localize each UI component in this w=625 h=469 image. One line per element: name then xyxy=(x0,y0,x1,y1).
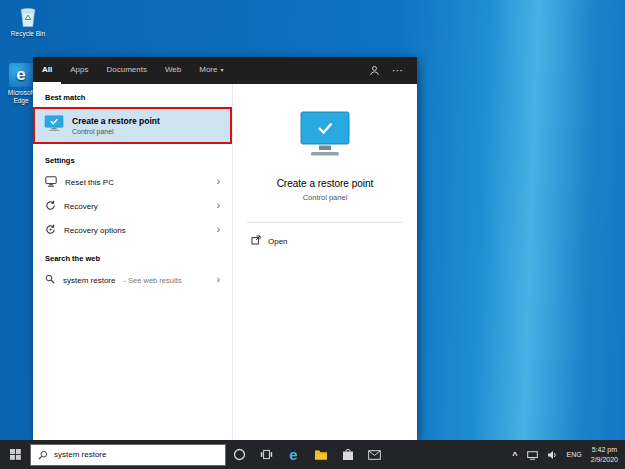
tray-chevron-icon[interactable]: ^ xyxy=(512,450,517,460)
result-label: Reset this PC xyxy=(65,178,114,187)
edge-icon: e xyxy=(9,63,33,87)
web-query-text: system restore xyxy=(63,276,115,285)
start-search-flyout: All Apps Documents Web More ▾ xyxy=(33,57,417,440)
system-tray: ^ ENG 5:42 pm 2/9/2020 xyxy=(512,445,625,464)
preview-subtitle: Control panel xyxy=(233,193,417,202)
chevron-right-icon: › xyxy=(217,275,220,285)
best-match-result-create-restore-point[interactable]: Create a restore point Control panel xyxy=(33,107,232,144)
search-icon xyxy=(45,274,55,286)
language-indicator[interactable]: ENG xyxy=(567,451,582,458)
mail-button[interactable] xyxy=(361,440,388,469)
chevron-right-icon: › xyxy=(217,201,220,211)
web-query-suffix: - See web results xyxy=(123,276,181,285)
start-button[interactable] xyxy=(0,440,30,469)
result-label: Recovery options xyxy=(64,226,126,235)
clock-time: 5:42 pm xyxy=(591,445,618,454)
recycle-bin-icon xyxy=(18,22,38,29)
taskbar: e ^ xyxy=(0,440,625,469)
tab-more-label: More xyxy=(199,65,217,74)
search-results-body: Best match Create a restore point Contro… xyxy=(33,84,417,440)
edge-icon: e xyxy=(289,447,297,462)
result-web-system-restore[interactable]: system restore - See web results › xyxy=(33,268,232,292)
windows-logo-icon xyxy=(10,446,21,464)
open-action[interactable]: Open xyxy=(251,235,417,247)
recycle-bin-shortcut[interactable]: Recycle Bin xyxy=(6,5,50,38)
tab-all-label: All xyxy=(42,65,52,74)
open-icon xyxy=(251,235,261,247)
tab-apps[interactable]: Apps xyxy=(61,57,97,84)
tab-documents[interactable]: Documents xyxy=(97,57,155,84)
recovery-options-icon xyxy=(45,224,56,237)
restore-point-icon xyxy=(44,115,64,136)
result-label: Recovery xyxy=(64,202,98,211)
clock[interactable]: 5:42 pm 2/9/2020 xyxy=(591,445,618,464)
preview-divider xyxy=(247,222,403,223)
open-label: Open xyxy=(268,237,288,246)
web-section-label: Search the web xyxy=(33,248,232,268)
preview-pane: Create a restore point Control panel Ope… xyxy=(233,84,417,440)
restore-point-large-icon xyxy=(233,110,417,164)
chevron-right-icon: › xyxy=(217,177,220,187)
edge-taskbar-button[interactable]: e xyxy=(280,440,307,469)
tab-more[interactable]: More ▾ xyxy=(190,57,232,84)
more-options-icon[interactable]: ⋯ xyxy=(392,64,404,77)
clock-date: 2/9/2020 xyxy=(591,455,618,464)
volume-icon[interactable] xyxy=(547,446,558,464)
result-recovery[interactable]: Recovery › xyxy=(33,194,232,218)
preview-title: Create a restore point xyxy=(233,178,417,189)
search-input[interactable] xyxy=(54,450,218,459)
search-tabs-bar: All Apps Documents Web More ▾ xyxy=(33,57,417,84)
result-reset-this-pc[interactable]: Reset this PC › xyxy=(33,170,232,194)
chevron-right-icon: › xyxy=(217,225,220,235)
cortana-button[interactable] xyxy=(226,440,253,469)
best-match-subtitle: Control panel xyxy=(72,128,160,135)
result-recovery-options[interactable]: Recovery options › xyxy=(33,218,232,242)
results-column: Best match Create a restore point Contro… xyxy=(33,84,233,440)
task-view-button[interactable] xyxy=(253,440,280,469)
search-icon xyxy=(38,446,48,464)
recovery-icon xyxy=(45,200,56,213)
tab-web[interactable]: Web xyxy=(156,57,190,84)
store-button[interactable] xyxy=(334,440,361,469)
network-icon[interactable] xyxy=(527,446,538,464)
best-match-title: Create a restore point xyxy=(72,116,160,126)
file-explorer-button[interactable] xyxy=(307,440,334,469)
settings-section-label: Settings xyxy=(33,150,232,170)
tab-web-label: Web xyxy=(165,65,181,74)
tab-apps-label: Apps xyxy=(70,65,88,74)
best-match-section-label: Best match xyxy=(33,87,232,107)
tab-documents-label: Documents xyxy=(106,65,146,74)
tab-all[interactable]: All xyxy=(33,57,61,84)
chevron-down-icon: ▾ xyxy=(220,66,223,73)
recycle-bin-label: Recycle Bin xyxy=(6,30,50,38)
account-icon[interactable] xyxy=(369,62,380,80)
taskbar-search-box[interactable] xyxy=(30,444,226,466)
reset-pc-icon xyxy=(45,176,57,189)
windows-desktop-screen: Recycle Bin e Microsoft Edge All Apps Do… xyxy=(0,0,625,469)
